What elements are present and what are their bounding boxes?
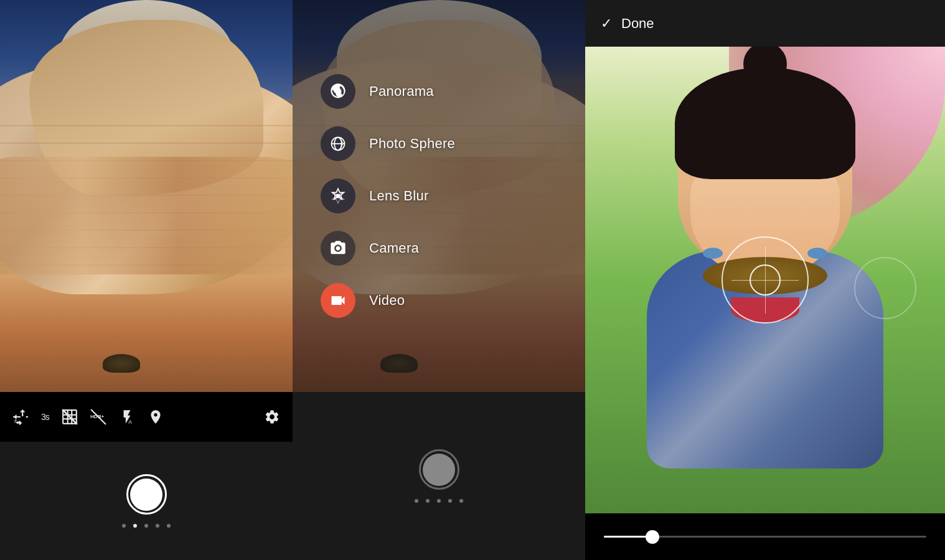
done-button[interactable]: Done — [621, 16, 654, 32]
middle-bottom-bar — [293, 392, 585, 560]
ghost-focus-circle — [854, 257, 916, 319]
blur-slider-bar — [585, 513, 945, 560]
dot-5 — [167, 524, 171, 528]
bangs — [681, 133, 849, 167]
lens-blur-icon-circle — [321, 179, 355, 213]
m-dot-4 — [448, 499, 452, 503]
dot-1 — [122, 524, 126, 528]
panorama-icon-circle — [321, 74, 355, 109]
right-eye — [807, 248, 827, 259]
mode-photo-sphere[interactable]: Photo Sphere — [311, 120, 585, 167]
mode-menu: Panorama Photo Sphere — [293, 0, 585, 392]
left-viewfinder — [0, 0, 293, 392]
photo-sphere-icon-circle — [321, 126, 355, 161]
mode-panorama[interactable]: Panorama — [311, 68, 585, 115]
m-dot-1 — [415, 499, 418, 503]
selfie-viewfinder — [585, 47, 945, 513]
photo-sphere-label: Photo Sphere — [369, 136, 455, 152]
m-dot-5 — [459, 499, 463, 503]
m-dot-2 — [426, 499, 430, 503]
camera-label: Camera — [369, 240, 419, 256]
done-bar: ✓ Done — [585, 0, 945, 47]
right-portrait-panel: ✓ Done — [585, 0, 945, 560]
left-camera-panel: ± 3s HDR+ A — [0, 0, 293, 560]
middle-mode-panel: Panorama Photo Sphere — [293, 0, 585, 560]
panorama-label: Panorama — [369, 83, 434, 100]
video-label: Video — [369, 292, 405, 309]
svg-text:±: ± — [14, 417, 17, 424]
blur-slider-thumb[interactable] — [646, 530, 659, 544]
middle-viewfinder: Panorama Photo Sphere — [293, 0, 585, 392]
lens-blur-label: Lens Blur — [369, 188, 429, 204]
shutter-button[interactable] — [126, 474, 167, 515]
video-icon-circle — [321, 283, 355, 318]
page-indicator — [122, 524, 171, 528]
blur-slider-track[interactable] — [604, 536, 926, 538]
exposure-icon[interactable]: ± — [12, 409, 29, 425]
settings-icon[interactable] — [264, 409, 280, 425]
dot-2 — [133, 524, 137, 528]
camera-controls-bar: ± 3s HDR+ A — [0, 392, 293, 442]
secondary-shutter-button[interactable] — [419, 449, 459, 490]
focus-crosshair-v — [765, 246, 766, 314]
location-icon[interactable] — [148, 409, 164, 425]
left-eye — [703, 248, 723, 259]
camera-bottom-bar — [0, 442, 293, 560]
mode-video[interactable]: Video — [311, 277, 585, 324]
svg-line-8 — [62, 409, 77, 424]
done-check-icon: ✓ — [601, 16, 612, 32]
svg-text:A: A — [128, 419, 132, 425]
camera-icon-circle — [321, 231, 355, 266]
timer-display[interactable]: 3s — [41, 412, 49, 422]
flash-icon[interactable]: A — [119, 409, 135, 425]
grid-icon[interactable] — [62, 409, 78, 425]
dot-3 — [144, 524, 148, 528]
mode-lens-blur[interactable]: Lens Blur — [311, 172, 585, 220]
hdr-icon[interactable]: HDR+ — [90, 409, 106, 425]
dot-4 — [156, 524, 159, 528]
svg-rect-1 — [26, 416, 28, 418]
focus-circle — [722, 236, 809, 324]
m-dot-3 — [437, 499, 441, 503]
middle-page-indicator — [415, 499, 463, 503]
mode-camera[interactable]: Camera — [311, 225, 585, 272]
